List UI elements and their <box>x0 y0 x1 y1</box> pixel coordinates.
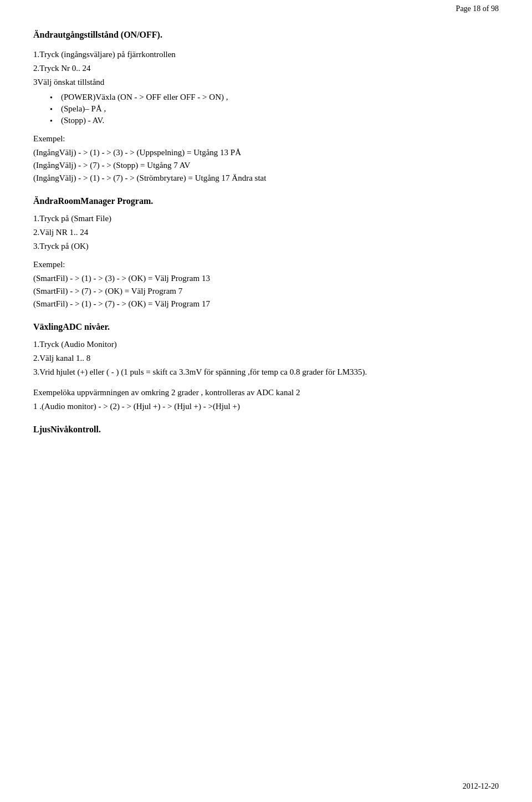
bullet-item-2: (Spela)– PÅ , <box>50 104 499 114</box>
section2-item1-num: 1 <box>33 214 38 223</box>
section3-item3: 3.Vrid hjulet (+) eller ( - ) (1 puls = … <box>33 367 499 377</box>
section3-item2-text: .Välj kanal 1.. 8 <box>38 354 91 362</box>
section-andra-room-manager: ÄndraRoomManager Program. 1.Tryck på (Sm… <box>33 196 499 309</box>
page-header: Page 18 of 98 <box>33 0 499 24</box>
section2-example-line3: (SmartFil) - > (1) - > (7) - > (OK) = Vä… <box>33 299 499 309</box>
section1-item2-num: 2 <box>33 64 38 73</box>
section2-item2-text: .Välj NR 1.. 24 <box>38 228 89 237</box>
page-container: Page 18 of 98 Ändrautgångstillstånd (ON/… <box>0 0 532 802</box>
section3-item2-num: 2 <box>33 354 38 362</box>
section3-example-line1: 1 .(Audio monitor) - > (2) - > (Hjul +) … <box>33 402 499 411</box>
section2-item1: 1.Tryck på (Smart File) <box>33 214 499 223</box>
section1-bullets: (POWER)Växla (ON - > OFF eller OFF - > O… <box>50 93 499 125</box>
section1-example-line1: (IngångVälj) - > (1) - > (3) - > (Uppspe… <box>33 148 499 157</box>
section3-item1: 1.Tryck (Audio Monitor) <box>33 340 499 349</box>
footer-date: 2012-12-20 <box>463 782 499 790</box>
section2-example-label: Exempel: <box>33 260 499 269</box>
section1-example-line3: (IngångVälj) - > (1) - > (7) - > (Strömb… <box>33 173 499 183</box>
section-ljus-niva: LjusNivåkontroll. <box>33 425 499 435</box>
section1-example-label: Exempel: <box>33 134 499 144</box>
page-number: Page 18 of 98 <box>456 4 499 13</box>
section2-example-line1: (SmartFil) - > (1) - > (3) - > (OK) = Vä… <box>33 274 499 283</box>
section2-item2-num: 2 <box>33 228 38 237</box>
section3-item1-num: 1 <box>33 340 38 349</box>
bullet-item-1: (POWER)Växla (ON - > OFF eller OFF - > O… <box>50 93 499 102</box>
section1-item1-text: .Tryck (ingångsväljare) på fjärrkontroll… <box>38 50 176 59</box>
section3-example-label: Exempelöka uppvärmningen av omkring 2 gr… <box>33 388 499 397</box>
section3-title: VäxlingADC nivåer. <box>33 322 499 332</box>
section1-item2-text: .Tryck Nr 0.. 24 <box>38 64 91 73</box>
section1-example-line2: (IngångVälj) - > (7) - > (Stopp) = Utgån… <box>33 161 499 170</box>
section2-item1-text: .Tryck på (Smart File) <box>38 214 112 223</box>
section1-item2: 2.Tryck Nr 0.. 24 <box>33 64 499 73</box>
section1-item1: 1.Tryck (ingångsväljare) på fjärrkontrol… <box>33 50 499 59</box>
section2-item3-num: 3 <box>33 242 38 251</box>
section3-item2: 2.Välj kanal 1.. 8 <box>33 354 499 363</box>
section2-item3: 3.Tryck på (OK) <box>33 242 499 251</box>
section1-item1-num: 1 <box>33 50 38 59</box>
section2-item3-text: .Tryck på (OK) <box>38 242 89 251</box>
section2-example-line2: (SmartFil) - > (7) - > (OK) = Välj Progr… <box>33 287 499 296</box>
section-andrautgang: Ändrautgångstillstånd (ON/OFF). 1.Tryck … <box>33 30 499 183</box>
section2-item2: 2.Välj NR 1.. 24 <box>33 228 499 237</box>
section1-step3-label: 3Välj önskat tillstånd <box>33 78 499 87</box>
section3-item1-text: .Tryck (Audio Monitor) <box>38 340 117 349</box>
section3-item3-text: .Vrid hjulet (+) eller ( - ) (1 puls = s… <box>38 367 367 376</box>
section4-title: LjusNivåkontroll. <box>33 425 499 435</box>
bullet-item-3: (Stopp) - AV. <box>50 116 499 125</box>
section3-item3-num: 3 <box>33 367 38 376</box>
section1-title: Ändrautgångstillstånd (ON/OFF). <box>33 30 499 40</box>
page-footer: 2012-12-20 <box>463 782 499 791</box>
section2-title: ÄndraRoomManager Program. <box>33 196 499 206</box>
section-vaxling-adc: VäxlingADC nivåer. 1.Tryck (Audio Monito… <box>33 322 499 411</box>
